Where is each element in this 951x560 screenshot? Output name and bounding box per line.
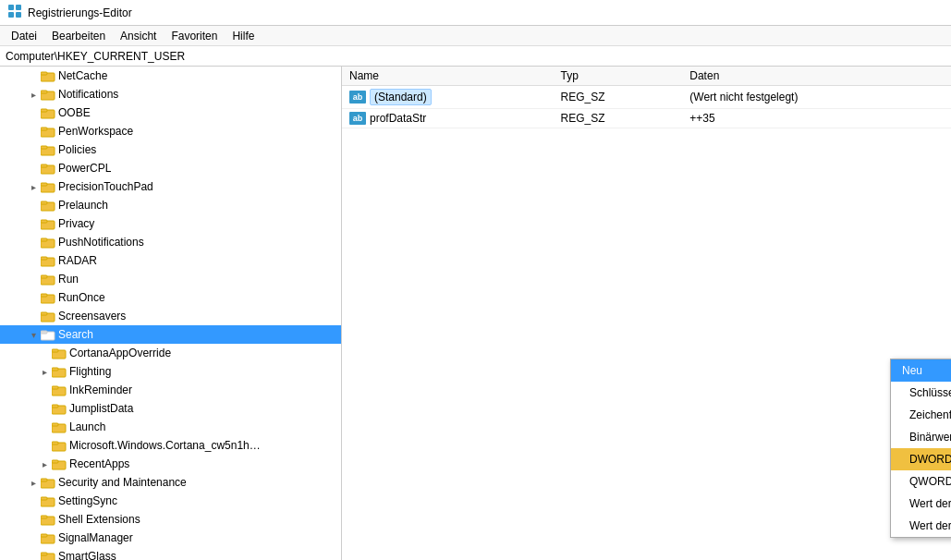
- folder-icon: [41, 143, 55, 156]
- tree-item[interactable]: ▸ Notifications: [0, 85, 341, 103]
- menu-ansicht[interactable]: Ansicht: [113, 28, 164, 44]
- context-menu-item[interactable]: Schlüssel: [891, 382, 951, 404]
- table-row[interactable]: abprofDataStrREG_SZ++35: [342, 109, 951, 128]
- folder-icon: [41, 199, 55, 212]
- svg-rect-17: [41, 183, 47, 186]
- folder-icon: [41, 180, 55, 193]
- app-icon: [7, 4, 22, 21]
- svg-rect-47: [52, 460, 58, 463]
- tree-item[interactable]: Privacy: [0, 214, 341, 233]
- context-menu-item[interactable]: Zeichenfolge: [891, 404, 951, 426]
- tree-item[interactable]: ▸ Flighting: [0, 362, 341, 381]
- svg-rect-3: [16, 12, 21, 18]
- tree-item[interactable]: SignalManager: [0, 529, 341, 547]
- context-menu-item[interactable]: Wert der erweiterbaren Zeichenfolge: [891, 515, 951, 537]
- tree-item[interactable]: ▸ Security and Maintenance: [0, 473, 341, 492]
- neu-label: Neu: [902, 364, 922, 377]
- ab-icon: ab: [349, 112, 366, 125]
- tree-item-label: PrecisionTouchPad: [58, 180, 153, 193]
- tree-item[interactable]: SmartGlass: [0, 547, 341, 560]
- context-menu: Neu ▶ SchlüsselZeichenfolgeBinärwertDWOR…: [890, 359, 951, 538]
- tree-item[interactable]: Run: [0, 270, 341, 288]
- tree-item-label: Screensavers: [58, 310, 126, 323]
- tree-item[interactable]: RunOnce: [0, 288, 341, 307]
- table-row[interactable]: ab(Standard)REG_SZ(Wert nicht festgelegt…: [342, 86, 951, 109]
- folder-icon: [52, 420, 67, 433]
- address-bar: Computer\HKEY_CURRENT_USER: [0, 46, 951, 67]
- folder-icon: [41, 531, 55, 544]
- folder-icon: [52, 402, 67, 415]
- reg-name: abprofDataStr: [342, 109, 554, 128]
- context-menu-item[interactable]: Binärwert: [891, 426, 951, 448]
- tree-item-label: Run: [58, 273, 79, 286]
- tree-item[interactable]: NetCache: [0, 67, 341, 85]
- menu-favoriten[interactable]: Favoriten: [164, 28, 225, 44]
- svg-rect-49: [41, 479, 47, 481]
- svg-rect-37: [52, 368, 58, 371]
- context-menu-neu[interactable]: Neu ▶: [891, 359, 951, 382]
- tree-arrow: ▾: [26, 330, 41, 340]
- tree-item[interactable]: Microsoft.Windows.Cortana_cw5n1h…: [0, 436, 341, 455]
- tree-item[interactable]: ▸ RecentApps: [0, 455, 341, 473]
- tree-item[interactable]: PowerCPL: [0, 159, 341, 177]
- folder-icon: [41, 125, 55, 138]
- reg-name: ab(Standard): [342, 86, 554, 109]
- folder-icon: [41, 273, 55, 286]
- reg-typ: REG_SZ: [554, 109, 683, 128]
- context-menu-item[interactable]: DWORD-Wert (32-Bit): [891, 448, 951, 470]
- tree-item-label: Flighting: [69, 365, 111, 378]
- tree-panel[interactable]: NetCache▸ Notifications OOBE PenWorkspac…: [0, 67, 342, 560]
- folder-icon: [52, 439, 67, 452]
- tree-item-label: Microsoft.Windows.Cortana_cw5n1h…: [69, 439, 261, 452]
- svg-rect-29: [41, 294, 47, 297]
- tree-item[interactable]: Policies: [0, 140, 341, 159]
- tree-item[interactable]: SettingSync: [0, 492, 341, 510]
- tree-item[interactable]: Screensavers: [0, 307, 341, 325]
- tree-item-label: Launch: [69, 420, 105, 433]
- tree-item-label: Shell Extensions: [58, 513, 140, 526]
- tree-item[interactable]: OOBE: [0, 103, 341, 122]
- svg-rect-53: [41, 516, 47, 518]
- svg-rect-43: [52, 423, 58, 426]
- svg-rect-15: [41, 164, 47, 167]
- tree-item[interactable]: Launch: [0, 418, 341, 436]
- tree-item[interactable]: CortanaAppOverride: [0, 344, 341, 362]
- tree-arrow: ▸: [37, 459, 52, 469]
- tree-item-label: Notifications: [58, 88, 118, 101]
- tree-item[interactable]: ▸ PrecisionTouchPad: [0, 177, 341, 196]
- svg-rect-57: [41, 553, 47, 555]
- context-menu-item[interactable]: Wert der mehrteiligen Zeichenfolge: [891, 493, 951, 515]
- svg-rect-25: [41, 257, 47, 260]
- menu-bearbeiten[interactable]: Bearbeiten: [44, 28, 113, 44]
- folder-icon: [41, 106, 55, 119]
- svg-rect-7: [41, 91, 47, 93]
- tree-item-label: Search: [58, 328, 93, 341]
- menu-hilfe[interactable]: Hilfe: [225, 28, 262, 44]
- tree-item[interactable]: Prelaunch: [0, 196, 341, 214]
- svg-rect-21: [41, 220, 47, 223]
- tree-item-label: RADAR: [58, 254, 97, 267]
- svg-rect-33: [41, 331, 47, 334]
- tree-item[interactable]: JumplistData: [0, 399, 341, 418]
- reg-daten: (Wert nicht festgelegt): [682, 86, 951, 109]
- title-bar: Registrierungs-Editor: [0, 0, 951, 26]
- col-daten: Daten: [682, 67, 951, 86]
- tree-item[interactable]: PushNotifications: [0, 233, 341, 251]
- tree-item[interactable]: InkReminder: [0, 381, 341, 399]
- context-menu-item[interactable]: QWORD-Wert (64-Bit): [891, 470, 951, 493]
- svg-rect-1: [16, 5, 21, 10]
- folder-icon: [52, 347, 67, 359]
- reg-daten: ++35: [682, 109, 951, 128]
- tree-item[interactable]: Shell Extensions: [0, 510, 341, 529]
- app-title: Registrierungs-Editor: [28, 6, 132, 19]
- folder-icon: [41, 494, 55, 507]
- tree-item-label: PushNotifications: [58, 236, 144, 249]
- tree-item[interactable]: RADAR: [0, 251, 341, 270]
- tree-item[interactable]: ▾ Search: [0, 325, 341, 344]
- tree-arrow: ▸: [26, 478, 41, 488]
- menu-datei[interactable]: Datei: [4, 28, 44, 44]
- svg-rect-23: [41, 238, 47, 241]
- svg-rect-55: [41, 534, 47, 537]
- tree-item[interactable]: PenWorkspace: [0, 122, 341, 140]
- address-path: Computer\HKEY_CURRENT_USER: [6, 50, 185, 63]
